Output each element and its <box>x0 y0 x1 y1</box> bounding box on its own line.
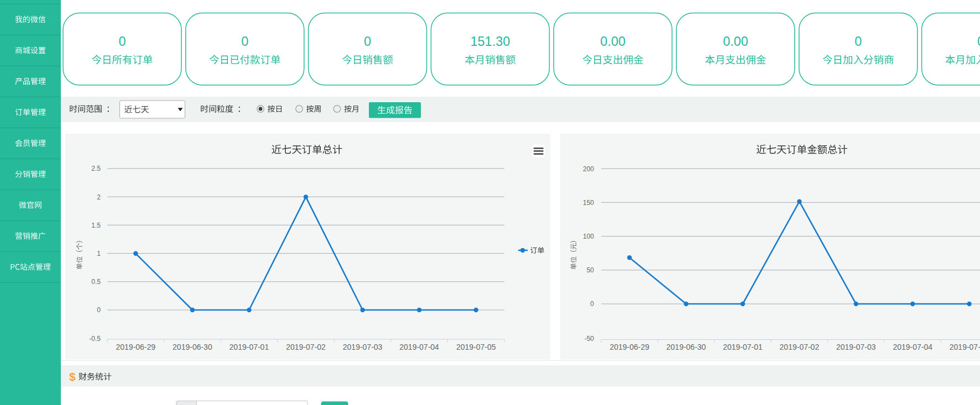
svg-text:0: 0 <box>977 34 980 49</box>
svg-text:2019-07-04: 2019-07-04 <box>893 343 932 351</box>
svg-text:0: 0 <box>118 34 126 49</box>
svg-text:151.30: 151.30 <box>470 34 510 49</box>
svg-text:2019-07-03: 2019-07-03 <box>343 343 383 351</box>
svg-text:2019-07-04: 2019-07-04 <box>399 343 439 351</box>
svg-text:2.5: 2.5 <box>91 165 101 172</box>
svg-text:2019-07-02: 2019-07-02 <box>780 343 820 351</box>
svg-text:0: 0 <box>97 306 101 314</box>
svg-text:$: $ <box>69 370 76 383</box>
svg-text:2019-06-29: 2019-06-29 <box>116 343 155 351</box>
svg-text:0.5: 0.5 <box>91 278 101 286</box>
svg-text:2019-06-29: 2019-06-29 <box>609 343 649 351</box>
svg-text:0: 0 <box>854 34 862 49</box>
svg-text:2019-07-03: 2019-07-03 <box>836 343 876 351</box>
svg-text:0.00: 0.00 <box>723 34 748 49</box>
svg-text:100: 100 <box>583 233 594 240</box>
svg-text:2019-07-05: 2019-07-05 <box>456 343 496 351</box>
svg-text:2019-06-30: 2019-06-30 <box>173 343 212 351</box>
svg-text:150: 150 <box>583 199 594 207</box>
svg-text:1: 1 <box>97 250 101 257</box>
svg-text:0: 0 <box>241 34 248 49</box>
svg-text:1.5: 1.5 <box>91 222 101 229</box>
svg-text:2019-06-30: 2019-06-30 <box>666 343 706 351</box>
svg-text:2019-07-01: 2019-07-01 <box>230 343 269 351</box>
svg-text:0.00: 0.00 <box>600 34 625 49</box>
svg-text:200: 200 <box>583 165 594 173</box>
svg-text:2019-07-02: 2019-07-02 <box>286 343 326 351</box>
svg-text:0: 0 <box>590 300 594 308</box>
svg-text:-0.5: -0.5 <box>89 335 101 343</box>
svg-text:50: 50 <box>587 266 595 274</box>
svg-text:2: 2 <box>97 193 101 201</box>
svg-text:2019-07-05: 2019-07-05 <box>950 343 980 351</box>
svg-text:-50: -50 <box>585 335 595 343</box>
svg-text:0: 0 <box>364 34 371 49</box>
svg-text:2019-07-01: 2019-07-01 <box>723 343 763 351</box>
